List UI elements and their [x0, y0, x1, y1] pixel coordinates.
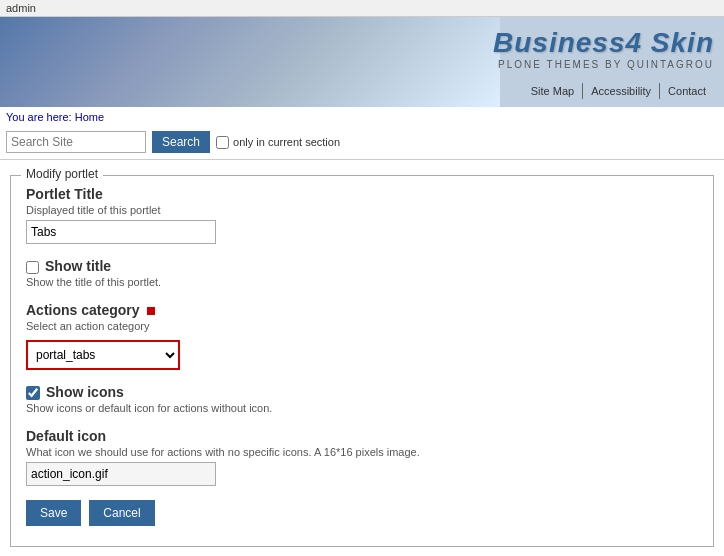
- show-icons-label: Show icons: [46, 384, 124, 400]
- fieldset-legend: Modify portlet: [21, 167, 103, 181]
- accessibility-link[interactable]: Accessibility: [582, 83, 659, 99]
- modify-portlet-fieldset: Modify portlet Portlet Title Displayed t…: [10, 175, 714, 547]
- show-icons-checkbox[interactable]: [26, 386, 40, 400]
- actions-category-select[interactable]: portal_tabs user site_actions document_a…: [28, 342, 178, 368]
- contact-link[interactable]: Contact: [659, 83, 714, 99]
- breadcrumb-prefix: You are here:: [6, 111, 72, 123]
- actions-category-select-wrapper: portal_tabs user site_actions document_a…: [26, 340, 180, 370]
- header: Business4 Skin PLONE THEMES BY QUINTAGRO…: [0, 17, 724, 107]
- admin-bar: admin: [0, 0, 724, 17]
- breadcrumb: You are here: Home: [0, 107, 724, 127]
- show-title-section: Show title Show the title of this portle…: [26, 258, 698, 288]
- show-icons-section: Show icons Show icons or default icon fo…: [26, 384, 698, 414]
- main-content: Modify portlet Portlet Title Displayed t…: [0, 160, 724, 556]
- portlet-title-section: Portlet Title Displayed title of this po…: [26, 186, 698, 244]
- nav-links: Site Map Accessibility Contact: [523, 83, 714, 99]
- show-title-checkbox[interactable]: [26, 261, 39, 274]
- default-icon-description: What icon we should use for actions with…: [26, 446, 698, 458]
- site-map-link[interactable]: Site Map: [523, 83, 582, 99]
- search-button[interactable]: Search: [152, 131, 210, 153]
- show-icons-description: Show icons or default icon for actions w…: [26, 402, 698, 414]
- breadcrumb-home[interactable]: Home: [75, 111, 104, 123]
- default-icon-label: Default icon: [26, 428, 698, 444]
- only-in-section-label: only in current section: [233, 136, 340, 148]
- actions-category-description: Select an action category: [26, 320, 698, 332]
- form-buttons: Save Cancel: [26, 500, 698, 526]
- save-button[interactable]: Save: [26, 500, 81, 526]
- show-title-description: Show the title of this portlet.: [26, 276, 698, 288]
- portlet-title-label: Portlet Title: [26, 186, 698, 202]
- search-bar: Search only in current section: [0, 127, 724, 160]
- default-icon-input[interactable]: [26, 462, 216, 486]
- cancel-button[interactable]: Cancel: [89, 500, 154, 526]
- actions-category-label: Actions category: [26, 302, 698, 318]
- show-title-row: Show title: [26, 258, 698, 276]
- only-in-section-wrapper: only in current section: [216, 136, 340, 149]
- brand-title: Business4 Skin: [493, 27, 714, 59]
- brand-subtitle: PLONE THEMES BY QUINTAGROU: [493, 59, 714, 70]
- actions-category-section: Actions category Select an action catego…: [26, 302, 698, 370]
- portlet-title-input[interactable]: [26, 220, 216, 244]
- header-background: [0, 17, 500, 107]
- header-brand: Business4 Skin PLONE THEMES BY QUINTAGRO…: [493, 27, 714, 70]
- default-icon-section: Default icon What icon we should use for…: [26, 428, 698, 486]
- only-in-section-checkbox[interactable]: [216, 136, 229, 149]
- show-title-label: Show title: [45, 258, 111, 274]
- portlet-title-description: Displayed title of this portlet: [26, 204, 698, 216]
- show-icons-row: Show icons: [26, 384, 698, 402]
- search-input[interactable]: [6, 131, 146, 153]
- required-indicator: [147, 307, 155, 315]
- admin-label: admin: [6, 2, 36, 14]
